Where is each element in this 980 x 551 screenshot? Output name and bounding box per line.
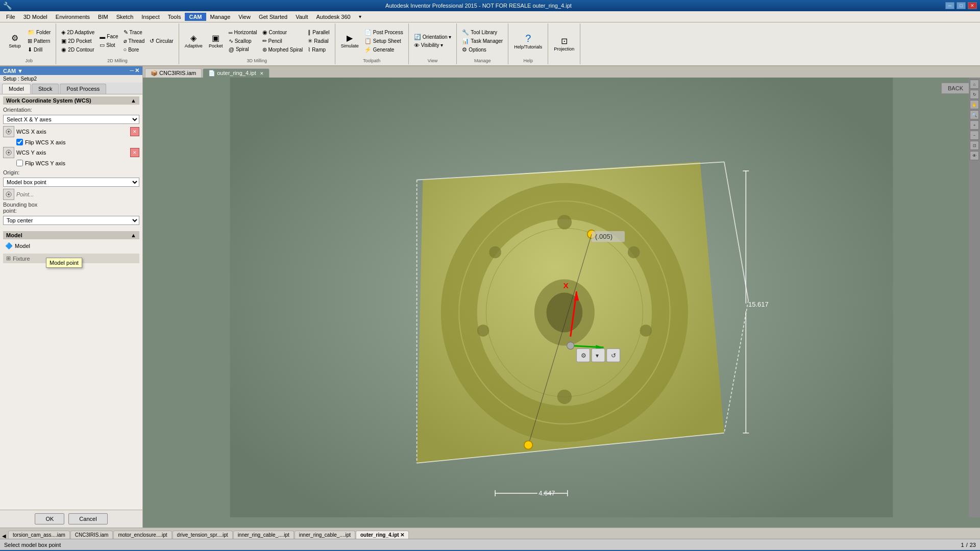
view-tab-assembly[interactable]: 📦 CNC3IRIS.iam [145,68,202,78]
horizontal-button[interactable]: ═ Horizontal [227,29,259,37]
view-tab-part[interactable]: 📄 outer_ring_4.ipt ✕ [203,68,270,78]
menu-environments[interactable]: Environments [52,13,94,21]
bottom-tab-1[interactable]: torsion_cam_ass....iam [8,531,70,539]
model-item[interactable]: 🔷 Model [3,241,139,251]
model-section-header[interactable]: Model ▲ [3,231,139,239]
trace-button[interactable]: ✎ Trace [121,28,147,37]
close-button[interactable]: ✕ [968,2,977,9]
task-manager-icon: 📊 [462,38,469,44]
orientation-select[interactable]: Select X & Y axes Select Z axis [3,115,139,124]
vp-home-btn[interactable]: ⌂ [970,80,979,89]
drill-button[interactable]: ⬇ Drill [26,45,53,54]
flip-y-checkbox[interactable] [16,160,23,166]
visibility-button[interactable]: 👁 Visibility ▾ [412,41,454,49]
adaptive-label: 2D Adaptive [67,30,94,35]
bottom-tab-5[interactable]: inner_ring_cable_....ipt [233,531,294,539]
bottom-tab-4[interactable]: drive_tension_spr....ipt [173,531,233,539]
options-button[interactable]: ⚙ Options [460,45,505,54]
cam-minimize[interactable]: ─ [130,67,134,74]
menu-3dmodel[interactable]: 3D Model [19,13,52,21]
breadcrumb-text: Setup : Setup2 [3,76,37,82]
manage-group-label: Manage [460,57,505,63]
task-manager-button[interactable]: 📊 Task Manager [460,37,505,45]
bottom-tab-3[interactable]: motor_enclosure....ipt [113,531,172,539]
restore-button[interactable]: □ [957,2,966,9]
3d-col3: ∥ Parallel ✳ Radial ⌇ Ramp [306,28,331,54]
vp-orbit-btn[interactable]: ↻ [970,90,979,99]
origin-select[interactable]: Model box point Model origin [3,178,139,187]
menu-cam[interactable]: CAM [185,13,206,21]
simulate-button[interactable]: ▶ Simulate [338,31,361,50]
wcs-y-clear-btn[interactable]: ✕ [130,148,139,157]
tabs-scroll-left[interactable]: ◀ [0,533,8,539]
setup-button[interactable]: ⚙ Setup [5,31,24,50]
bottom-tab-2[interactable]: CNC3IRIS.iam [70,531,113,539]
bottom-tab-7[interactable]: outer_ring_4.ipt ✕ [356,531,409,539]
menu-bim[interactable]: BIM [94,13,112,21]
wcs-x-clear-btn[interactable]: ✕ [130,127,139,136]
menu-sketch[interactable]: Sketch [112,13,138,21]
folder-button[interactable]: 📁 Folder [26,28,53,37]
generate-button[interactable]: ⚡ Generate [362,45,405,54]
wcs-section-header[interactable]: Work Coordinate System (WCS) ▲ [3,96,139,105]
thread-button[interactable]: ⌀ Thread [121,37,147,45]
tab-stock[interactable]: Stock [32,84,59,94]
menu-autodesk360[interactable]: Autodesk 360 [312,13,354,21]
bbox-select[interactable]: Top center Top left Bottom center [3,216,139,225]
menu-view[interactable]: View [234,13,255,21]
cancel-button[interactable]: Cancel [68,513,107,524]
2d-contour-button[interactable]: ◉ 2D Contour [59,45,96,54]
circular-button[interactable]: ↺ Circular [148,37,175,45]
help-button[interactable]: ? Help/Tutorials [511,30,545,52]
orientation-button[interactable]: 🔄 Orientation ▾ [412,33,454,41]
tool-library-button[interactable]: 🔧 Tool Library [460,28,505,37]
vp-pan-btn[interactable]: ✋ [970,100,979,109]
pattern-button[interactable]: ⊞ Pattern [26,37,53,45]
cam-close[interactable]: ✕ [135,67,139,74]
setup-sheet-button[interactable]: 📋 Setup Sheet [362,37,405,45]
wcs-y-select-btn[interactable] [3,147,14,158]
post-process-button[interactable]: 📄 Post Process [362,28,405,37]
menu-getstarted[interactable]: Get Started [255,13,291,21]
menu-manage[interactable]: Manage [206,13,235,21]
vp-zoom-out-btn[interactable]: − [970,131,979,140]
spiral-button[interactable]: @ Spiral [227,45,259,54]
menu-tools[interactable]: Tools [164,13,185,21]
menu-inspect[interactable]: Inspect [137,13,163,21]
contour-3d-button[interactable]: ◉ Contour [260,28,305,37]
face-button[interactable]: ▬ Face [97,33,120,41]
svg-point-30 [567,342,574,349]
vp-zoom-in-btn[interactable]: + [970,120,979,130]
model-point-select-btn[interactable] [3,189,14,200]
ramp-button[interactable]: ⌇ Ramp [306,45,331,54]
adaptive-large-button[interactable]: ◈ Adaptive [182,31,205,50]
3d-col2: ◉ Contour ✏ Pencil ⊛ Morphed Spiral [260,28,305,54]
parallel-button[interactable]: ∥ Parallel [306,28,331,37]
tab-post-process[interactable]: Post Process [60,84,106,94]
slot-button[interactable]: ▭ Slot [97,41,120,49]
vp-fit-btn[interactable]: ⊡ [970,141,979,150]
vp-zoom-btn[interactable]: 🔍 [970,110,979,119]
generate-icon: ⚡ [364,46,372,53]
ok-button[interactable]: OK [35,513,64,524]
setup-sheet-label: Setup Sheet [373,38,401,44]
pencil-button[interactable]: ✏ Pencil [260,37,305,45]
2d-adaptive-button[interactable]: ◈ 2D Adaptive [59,28,96,37]
menu-vault[interactable]: Vault [291,13,312,21]
menu-file[interactable]: File [2,13,19,21]
tab-close-icon[interactable]: ✕ [260,71,264,76]
bore-button[interactable]: ○ Bore [121,45,147,54]
wcs-x-select-btn[interactable] [3,126,14,137]
morphed-spiral-button[interactable]: ⊛ Morphed Spiral [260,45,305,54]
tab-model[interactable]: Model [2,84,31,94]
flip-x-checkbox[interactable] [16,139,23,145]
2d-pocket-button[interactable]: ▣ 2D Pocket [59,37,96,45]
scallop-button[interactable]: ∿ Scallop [227,37,259,45]
pocket-large-button[interactable]: ▣ Pocket [206,31,226,50]
vp-view-btn[interactable]: 👁 [970,151,979,160]
projection-button[interactable]: ⊡ Projection [551,34,577,53]
radial-button[interactable]: ✳ Radial [306,37,331,45]
toolpath-col: 📄 Post Process 📋 Setup Sheet ⚡ Generate [362,28,405,54]
minimize-button[interactable]: ─ [945,2,954,9]
bottom-tab-6[interactable]: inner_ring_cable_....ipt [295,531,355,539]
